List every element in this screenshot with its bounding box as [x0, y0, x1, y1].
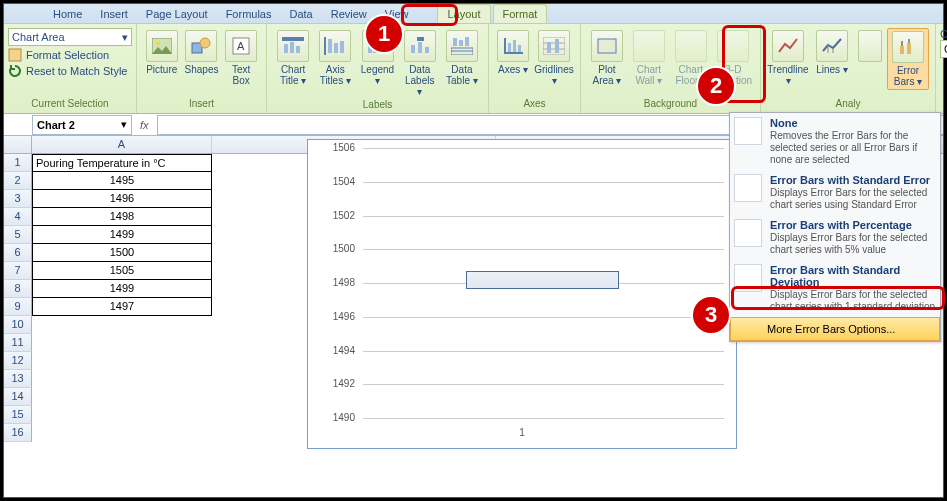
tab-page-layout[interactable]: Page Layout [137, 5, 217, 23]
embedded-chart[interactable]: 149014921494149614981500150215041506 1 [307, 139, 737, 449]
svg-rect-11 [328, 39, 332, 53]
cell-A5[interactable]: 1499 [32, 226, 212, 244]
text-box-button[interactable]: AText Box [222, 28, 260, 88]
row-header-10[interactable]: 10 [4, 316, 32, 334]
tab-home[interactable]: Home [44, 5, 91, 23]
cell-A1[interactable]: Pouring Temperature in °C [32, 154, 212, 172]
row-header-4[interactable]: 4 [4, 208, 32, 226]
row-header-13[interactable]: 13 [4, 370, 32, 388]
plot-area-button[interactable]: Plot Area ▾ [587, 28, 627, 88]
error-bars-option-icon [734, 219, 762, 247]
y-tick: 1498 [325, 277, 355, 288]
error-bars-option-icon [734, 117, 762, 145]
gridlines-button[interactable]: Gridlines ▾ [533, 28, 575, 88]
svg-rect-8 [284, 44, 288, 53]
svg-rect-28 [513, 40, 516, 52]
cell-A3[interactable]: 1496 [32, 190, 212, 208]
cell-A8[interactable]: 1499 [32, 280, 212, 298]
format-selection-button[interactable]: Format Selection [8, 48, 132, 62]
reset-match-style-button[interactable]: Reset to Match Style [8, 64, 132, 78]
axes-button[interactable]: Axes ▾ [495, 28, 531, 77]
error-bars-option-0[interactable]: NoneRemoves the Error Bars for the selec… [730, 113, 940, 170]
chart-floor-icon [675, 30, 707, 62]
gridline [363, 148, 724, 149]
lines-icon [816, 30, 848, 62]
axes-icon [497, 30, 529, 62]
name-box[interactable]: Chart 2 ▾ [32, 115, 132, 135]
chart-element-combo[interactable]: Chart Area ▾ [8, 28, 132, 46]
svg-rect-33 [547, 42, 551, 53]
gridline [363, 249, 724, 250]
row-header-8[interactable]: 8 [4, 280, 32, 298]
tab-format[interactable]: Format [493, 4, 548, 23]
error-bars-option-2[interactable]: Error Bars with PercentageDisplays Error… [730, 215, 940, 260]
shapes-button[interactable]: Shapes [183, 28, 221, 77]
ribbon: Chart Area ▾ Format Selection Reset to M… [4, 24, 943, 114]
bar-series-1[interactable] [466, 271, 619, 289]
fx-icon[interactable]: fx [140, 119, 149, 131]
highlight-layout-tab [401, 4, 458, 26]
lines-button[interactable]: Lines ▾ [811, 28, 853, 77]
cell-A9[interactable]: 1497 [32, 298, 212, 316]
cell-A6[interactable]: 1500 [32, 244, 212, 262]
svg-rect-20 [425, 47, 429, 53]
group-current-selection: Chart Area ▾ Format Selection Reset to M… [4, 24, 137, 113]
picture-icon [146, 30, 178, 62]
row-header-11[interactable]: 11 [4, 334, 32, 352]
x-tick-1: 1 [519, 427, 525, 438]
row-header-14[interactable]: 14 [4, 388, 32, 406]
chart-wall-button: Chart Wall ▾ [629, 28, 669, 88]
data-labels-button[interactable]: Data Labels ▾ [400, 28, 440, 99]
svg-rect-23 [459, 40, 463, 46]
updown-bars-button[interactable] [855, 28, 885, 64]
row-header-6[interactable]: 6 [4, 244, 32, 262]
chevron-down-icon: ▾ [121, 118, 127, 131]
trendline-button[interactable]: Trendline ▾ [767, 28, 809, 88]
row-header-12[interactable]: 12 [4, 352, 32, 370]
row-header-1[interactable]: 1 [4, 154, 32, 172]
error-bars-button[interactable]: Error Bars ▾ [887, 28, 929, 90]
picture-button[interactable]: Picture [143, 28, 181, 77]
tab-insert[interactable]: Insert [91, 5, 137, 23]
select-all-corner[interactable] [4, 136, 32, 153]
y-tick: 1494 [325, 345, 355, 356]
y-tick: 1506 [325, 142, 355, 153]
error-bars-option-1[interactable]: Error Bars with Standard ErrorDisplays E… [730, 170, 940, 215]
row-header-9[interactable]: 9 [4, 298, 32, 316]
group-axes: Axes ▾ Gridlines ▾ Axes [489, 24, 581, 113]
error-bars-option-icon [734, 174, 762, 202]
svg-rect-22 [453, 38, 457, 46]
callout-2: 2 [696, 66, 736, 106]
chevron-down-icon: ▾ [122, 31, 128, 44]
row-header-16[interactable]: 16 [4, 424, 32, 442]
tab-formulas[interactable]: Formulas [217, 5, 281, 23]
row-header-2[interactable]: 2 [4, 172, 32, 190]
row-header-3[interactable]: 3 [4, 190, 32, 208]
axis-titles-button[interactable]: Axis Titles ▾ [315, 28, 355, 88]
cell-A2[interactable]: 1495 [32, 172, 212, 190]
axis-titles-icon [319, 30, 351, 62]
textbox-icon: A [225, 30, 257, 62]
plot-area-icon [591, 30, 623, 62]
svg-rect-18 [411, 45, 415, 53]
group-label-insert: Insert [143, 98, 260, 109]
svg-rect-21 [417, 37, 424, 41]
row-header-15[interactable]: 15 [4, 406, 32, 424]
col-header-A[interactable]: A [32, 136, 212, 153]
plot-area[interactable]: 149014921494149614981500150215041506 [363, 148, 724, 416]
more-error-bars-options[interactable]: More Error Bars Options... [730, 317, 940, 341]
chart-name-input[interactable] [940, 40, 947, 58]
chart-title-button[interactable]: Chart Title ▾ [273, 28, 313, 88]
row-header-5[interactable]: 5 [4, 226, 32, 244]
data-table-button[interactable]: Data Table ▾ [442, 28, 482, 88]
svg-point-2 [156, 41, 160, 45]
cell-A7[interactable]: 1505 [32, 262, 212, 280]
cell-A4[interactable]: 1498 [32, 208, 212, 226]
tab-data[interactable]: Data [280, 5, 321, 23]
callout-1: 1 [364, 14, 404, 54]
chart-name-box: Chart Name: [936, 24, 947, 113]
row-header-7[interactable]: 7 [4, 262, 32, 280]
svg-text:A: A [237, 40, 245, 52]
svg-rect-19 [418, 42, 422, 53]
updown-icon [858, 30, 882, 62]
